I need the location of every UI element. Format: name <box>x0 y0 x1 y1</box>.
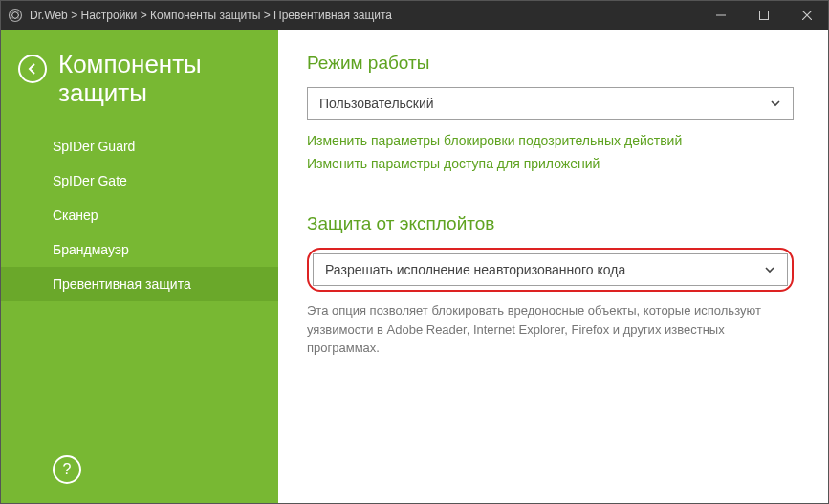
mode-heading: Режим работы <box>307 53 794 74</box>
sidebar-item-label: Брандмауэр <box>53 242 129 257</box>
exploit-callout: Разрешать исполнение неавторизованного к… <box>307 248 794 292</box>
sidebar-item-label: SpIDer Gate <box>53 173 127 188</box>
sidebar-item-spider-guard[interactable]: SpIDer Guard <box>1 129 278 164</box>
chevron-down-icon <box>770 98 781 109</box>
sidebar-title: Компоненты защиты <box>58 51 261 108</box>
exploit-description: Эта опция позволяет блокировать вредонос… <box>307 301 794 358</box>
content: Режим работы Пользовательский Изменить п… <box>278 30 828 503</box>
back-button[interactable] <box>18 55 47 83</box>
exploit-dropdown[interactable]: Разрешать исполнение неавторизованного к… <box>313 253 788 286</box>
sidebar-item-preventive[interactable]: Превентивная защита <box>1 267 278 301</box>
sidebar-item-label: Сканер <box>53 208 98 223</box>
sidebar-item-firewall[interactable]: Брандмауэр <box>1 232 278 267</box>
sidebar-item-scanner[interactable]: Сканер <box>1 198 278 232</box>
sidebar: Компоненты защиты SpIDer Guard SpIDer Ga… <box>1 30 278 503</box>
svg-rect-2 <box>759 11 768 20</box>
exploit-selected: Разрешать исполнение неавторизованного к… <box>325 262 625 277</box>
exploit-heading: Защита от эксплойтов <box>307 213 794 234</box>
help-button[interactable]: ? <box>53 455 81 484</box>
link-access-params[interactable]: Изменить параметры доступа для приложени… <box>307 156 794 171</box>
sidebar-item-label: SpIDer Guard <box>53 139 135 154</box>
minimize-button[interactable] <box>699 1 742 30</box>
chevron-down-icon <box>764 264 775 275</box>
mode-dropdown[interactable]: Пользовательский <box>307 87 794 120</box>
sidebar-item-spider-gate[interactable]: SpIDer Gate <box>1 164 278 198</box>
breadcrumb: Dr.Web > Настройки > Компоненты защиты >… <box>30 9 699 22</box>
titlebar: Dr.Web > Настройки > Компоненты защиты >… <box>1 1 828 30</box>
mode-selected: Пользовательский <box>319 96 434 111</box>
sidebar-item-label: Превентивная защита <box>53 276 191 292</box>
close-button[interactable] <box>785 1 828 30</box>
app-icon <box>7 7 24 24</box>
maximize-button[interactable] <box>742 1 785 30</box>
link-block-params[interactable]: Изменить параметры блокировки подозрител… <box>307 133 794 148</box>
